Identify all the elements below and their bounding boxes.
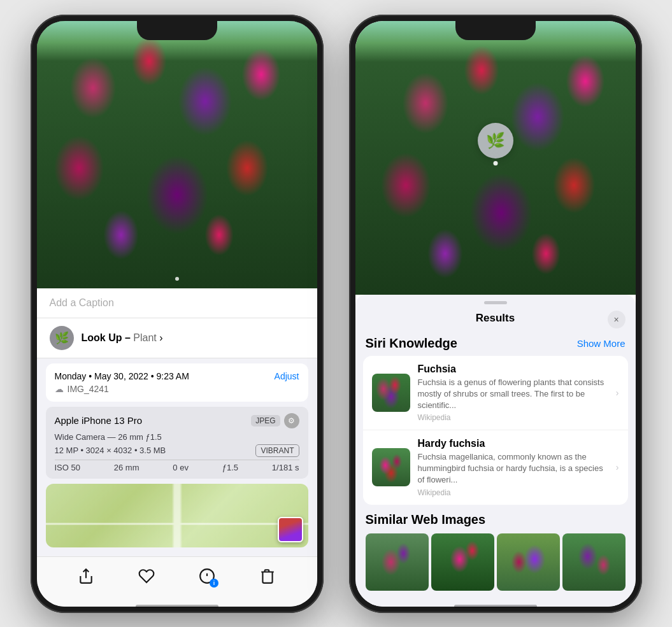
mp-info: 12 MP • 3024 × 4032 • 3.5 MB	[55, 446, 166, 455]
fuchsia-source: Wikipedia	[418, 413, 608, 422]
close-button[interactable]: ×	[608, 311, 626, 328]
right-phone: 🌿 Results × Siri Knowledge Show More	[349, 15, 642, 613]
visual-lookup-dot	[493, 161, 497, 166]
notch-right	[455, 21, 536, 40]
map-thumbnail	[278, 517, 303, 542]
aperture-value: ƒ1.5	[222, 463, 238, 472]
adjust-button[interactable]: Adjust	[275, 371, 299, 381]
map-area[interactable]	[46, 484, 308, 547]
home-indicator-right	[454, 605, 537, 608]
camera-spec: Wide Camera — 26 mm ƒ1.5	[55, 432, 299, 442]
lookup-icon: 🌿	[50, 326, 74, 350]
fuchsia-content: Fuchsia Fuchsia is a genus of flowering …	[418, 363, 608, 423]
caption-area[interactable]: Add a Caption	[37, 288, 317, 318]
fuchsia-name: Fuchsia	[418, 363, 608, 375]
fuchsia-desc: Fuchsia is a genus of flowering plants t…	[418, 377, 608, 412]
leaf-icon: 🌿	[55, 331, 69, 345]
similar-image-2[interactable]	[431, 533, 494, 591]
cloud-icon: ☁	[55, 384, 64, 394]
similar-images-row	[366, 533, 626, 591]
info-panel: Add a Caption 🌿 Look Up – Plant › Monday…	[37, 288, 317, 556]
home-indicator	[136, 605, 218, 608]
vibrant-badge: VIBRANT	[255, 444, 299, 457]
delete-button[interactable]	[256, 565, 279, 588]
lookup-label: Look Up – Plant ›	[82, 332, 163, 344]
hardy-desc: Fuchsia magellanica, commonly known as t…	[418, 451, 608, 486]
favorite-button[interactable]	[135, 565, 158, 588]
sheet-title: Results	[476, 312, 515, 325]
results-sheet: Results × Siri Knowledge Show More Fuchs…	[355, 295, 636, 607]
fuchsia-item[interactable]: Fuchsia Fuchsia is a genus of flowering …	[363, 356, 628, 431]
photo-area-left[interactable]	[37, 21, 317, 288]
info-button[interactable]: i	[196, 565, 218, 588]
knowledge-card: Fuchsia Fuchsia is a genus of flowering …	[363, 356, 628, 505]
hardy-content: Hardy fuchsia Fuchsia magellanica, commo…	[418, 438, 608, 497]
similar-image-3[interactable]	[497, 533, 560, 591]
exif-row: ISO 50 26 mm 0 ev ƒ1.5 1/181 s	[55, 460, 299, 472]
siri-knowledge-title: Siri Knowledge	[366, 336, 457, 351]
hardy-source: Wikipedia	[418, 488, 608, 497]
device-section: Apple iPhone 13 Pro JPEG ⚙ Wide Camera —…	[46, 407, 308, 479]
info-badge: i	[210, 579, 218, 588]
iso-value: ISO 50	[55, 463, 80, 472]
fuchsia-thumbnail	[372, 374, 410, 412]
similar-image-1[interactable]	[366, 533, 429, 591]
focal-value: 26 mm	[114, 463, 139, 472]
share-button[interactable]	[75, 565, 97, 588]
filename-row: ☁ IMG_4241	[55, 384, 299, 394]
gear-button[interactable]: ⚙	[284, 413, 299, 428]
notch	[137, 21, 217, 40]
left-phone: Add a Caption 🌿 Look Up – Plant › Monday…	[31, 15, 324, 613]
show-more-button[interactable]: Show More	[577, 338, 626, 349]
shutter-value: 1/181 s	[272, 463, 299, 472]
filename: IMG_4241	[68, 384, 109, 394]
fuchsia-chevron: ›	[616, 388, 619, 398]
hardy-fuchsia-item[interactable]: Hardy fuchsia Fuchsia magellanica, commo…	[363, 430, 628, 505]
similar-title: Similar Web Images	[366, 512, 626, 527]
similar-image-4[interactable]	[562, 533, 626, 591]
photo-date: Monday • May 30, 2022 • 9:23 AM	[55, 371, 189, 381]
photo-area-right: 🌿	[355, 21, 636, 295]
hardy-chevron: ›	[616, 462, 619, 472]
similar-section: Similar Web Images	[355, 510, 636, 597]
device-name: Apple iPhone 13 Pro	[55, 415, 143, 426]
ev-value: 0 ev	[173, 463, 189, 472]
hardy-thumbnail	[372, 448, 410, 486]
hardy-name: Hardy fuchsia	[418, 438, 608, 449]
lookup-row[interactable]: 🌿 Look Up – Plant ›	[37, 318, 317, 358]
caption-placeholder: Add a Caption	[50, 297, 114, 308]
sheet-header: Results ×	[355, 304, 636, 330]
jpeg-badge: JPEG	[251, 415, 280, 426]
meta-section: Monday • May 30, 2022 • 9:23 AM Adjust ☁…	[46, 363, 308, 402]
bottom-toolbar: i	[37, 556, 317, 607]
visual-lookup-button[interactable]: 🌿	[478, 123, 513, 159]
siri-knowledge-header: Siri Knowledge Show More	[355, 330, 636, 356]
